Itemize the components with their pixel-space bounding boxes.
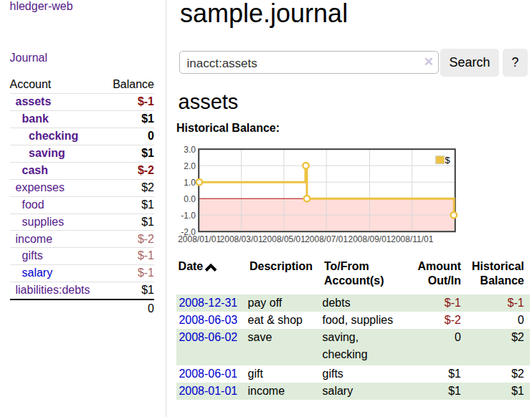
svg-text:2008/07/01: 2008/07/01	[305, 234, 348, 244]
svg-text:$: $	[445, 155, 451, 166]
svg-text:-1.0: -1.0	[181, 211, 196, 221]
svg-text:3.0: 3.0	[184, 145, 196, 155]
svg-text:2008/05/01: 2008/05/01	[262, 234, 305, 244]
svg-text:2008/09/01: 2008/09/01	[348, 234, 391, 244]
svg-text:1.0: 1.0	[184, 178, 196, 188]
svg-text:2008/01/01: 2008/01/01	[178, 234, 221, 244]
svg-text:2008/11/01: 2008/11/01	[391, 234, 433, 244]
svg-text:2008/03/01: 2008/03/01	[220, 234, 263, 244]
svg-text:2.0: 2.0	[184, 161, 196, 171]
svg-text:0.0: 0.0	[184, 194, 196, 204]
